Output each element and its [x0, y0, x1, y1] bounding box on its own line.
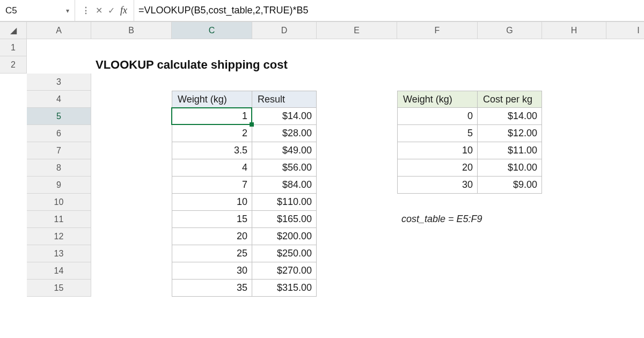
- cell[interactable]: [172, 74, 252, 91]
- cell[interactable]: [317, 245, 397, 262]
- table-header[interactable]: Cost per kg: [478, 91, 542, 108]
- cell[interactable]: [606, 39, 644, 56]
- cell[interactable]: [172, 39, 252, 56]
- name-box[interactable]: C5 ▾: [0, 0, 75, 21]
- table-header[interactable]: Weight (kg): [172, 91, 252, 108]
- note-text[interactable]: cost_table = E5:F9: [397, 211, 606, 228]
- cell[interactable]: [478, 56, 542, 74]
- cell[interactable]: [397, 194, 478, 211]
- col-header-H[interactable]: H: [542, 22, 606, 39]
- cell[interactable]: [0, 245, 27, 262]
- cell[interactable]: [542, 159, 606, 177]
- table-cell[interactable]: 2: [172, 125, 252, 142]
- chevron-down-icon[interactable]: ▾: [66, 7, 69, 14]
- cell[interactable]: [0, 262, 27, 280]
- cell[interactable]: [542, 108, 606, 125]
- table-header[interactable]: Weight (kg): [397, 91, 478, 108]
- table-cell[interactable]: $12.00: [478, 125, 542, 142]
- col-header-A[interactable]: A: [27, 22, 91, 39]
- cell[interactable]: [91, 211, 172, 228]
- cell[interactable]: [397, 39, 478, 56]
- table-cell[interactable]: $56.00: [252, 159, 317, 177]
- col-header-C[interactable]: C: [172, 22, 252, 39]
- cell[interactable]: [542, 228, 606, 245]
- cell[interactable]: [0, 177, 27, 194]
- table-cell[interactable]: $14.00: [252, 108, 317, 125]
- cell[interactable]: [478, 262, 542, 280]
- cell[interactable]: [606, 142, 644, 159]
- cell[interactable]: [91, 177, 172, 194]
- row-header[interactable]: 5: [27, 108, 91, 125]
- table-cell[interactable]: 0: [397, 108, 478, 125]
- cell[interactable]: [542, 280, 606, 297]
- table-cell[interactable]: $28.00: [252, 125, 317, 142]
- table-cell[interactable]: $165.00: [252, 211, 317, 228]
- table-cell[interactable]: 30: [397, 177, 478, 194]
- cell[interactable]: [542, 177, 606, 194]
- row-header[interactable]: 11: [27, 211, 91, 228]
- table-header[interactable]: Result: [252, 91, 317, 108]
- cell[interactable]: [478, 194, 542, 211]
- table-cell[interactable]: $200.00: [252, 228, 317, 245]
- table-cell[interactable]: $84.00: [252, 177, 317, 194]
- row-header[interactable]: 6: [27, 125, 91, 142]
- cell[interactable]: [317, 142, 397, 159]
- table-cell[interactable]: $14.00: [478, 108, 542, 125]
- cell[interactable]: [317, 159, 397, 177]
- cell[interactable]: [91, 262, 172, 280]
- cell[interactable]: [542, 125, 606, 142]
- cell[interactable]: [478, 245, 542, 262]
- table-cell[interactable]: 25: [172, 245, 252, 262]
- cell[interactable]: [317, 228, 397, 245]
- table-cell[interactable]: 4: [172, 159, 252, 177]
- cell[interactable]: [317, 280, 397, 297]
- cell[interactable]: [317, 125, 397, 142]
- cell[interactable]: [0, 108, 27, 125]
- row-header[interactable]: 10: [27, 194, 91, 211]
- cell[interactable]: [0, 91, 27, 108]
- cell[interactable]: [478, 39, 542, 56]
- enter-icon[interactable]: ✓: [108, 5, 115, 16]
- table-cell[interactable]: $250.00: [252, 245, 317, 262]
- row-header[interactable]: 7: [27, 142, 91, 159]
- cell[interactable]: [397, 228, 478, 245]
- col-header-F[interactable]: F: [397, 22, 478, 39]
- cell[interactable]: [91, 194, 172, 211]
- cell[interactable]: [91, 125, 172, 142]
- row-header[interactable]: 12: [27, 228, 91, 245]
- table-cell[interactable]: $49.00: [252, 142, 317, 159]
- cell[interactable]: [397, 245, 478, 262]
- cell[interactable]: [0, 74, 27, 91]
- cell[interactable]: [542, 194, 606, 211]
- cell[interactable]: [91, 280, 172, 297]
- cell[interactable]: [397, 262, 478, 280]
- table-cell[interactable]: 20: [172, 228, 252, 245]
- row-header[interactable]: 14: [27, 262, 91, 280]
- row-header[interactable]: 1: [0, 39, 27, 56]
- cell[interactable]: [91, 228, 172, 245]
- cancel-icon[interactable]: ✕: [96, 5, 103, 16]
- cell[interactable]: [91, 91, 172, 108]
- cell[interactable]: [606, 125, 644, 142]
- cell[interactable]: [606, 56, 644, 74]
- cell[interactable]: [606, 211, 644, 228]
- cell[interactable]: [0, 211, 27, 228]
- col-header-E[interactable]: E: [317, 22, 397, 39]
- cell[interactable]: [606, 108, 644, 125]
- table-cell[interactable]: $10.00: [478, 159, 542, 177]
- cell[interactable]: [91, 159, 172, 177]
- col-header-G[interactable]: G: [478, 22, 542, 39]
- cell[interactable]: [317, 108, 397, 125]
- cell[interactable]: [0, 297, 27, 314]
- table-cell[interactable]: 7: [172, 177, 252, 194]
- cell[interactable]: [606, 91, 644, 108]
- cell[interactable]: [542, 245, 606, 262]
- cell[interactable]: [0, 142, 27, 159]
- cell[interactable]: [27, 56, 91, 74]
- row-header[interactable]: 13: [27, 245, 91, 262]
- cell[interactable]: [542, 142, 606, 159]
- cell[interactable]: [317, 91, 397, 108]
- table-cell[interactable]: 15: [172, 211, 252, 228]
- cell[interactable]: [91, 108, 172, 125]
- spreadsheet-grid[interactable]: ◢ A B C D E F G H I 1 2 VLOOKUP calculat…: [0, 21, 644, 314]
